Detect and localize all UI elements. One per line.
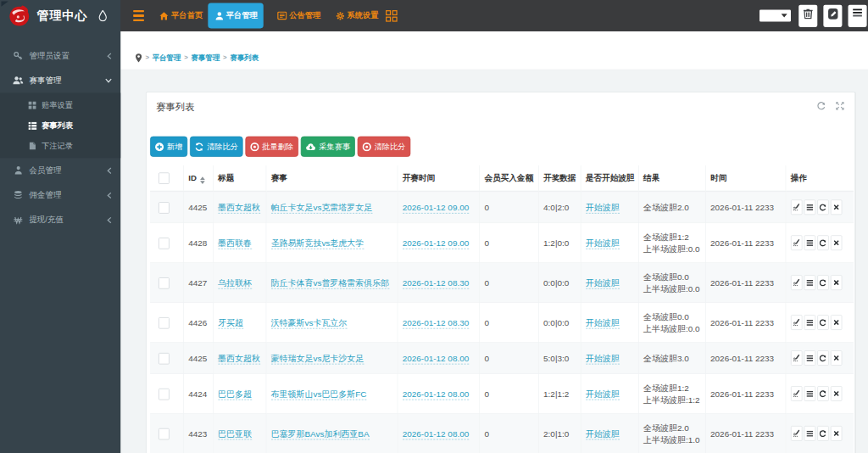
start-time-link[interactable]: 2026-01-12 08.00 bbox=[403, 428, 470, 439]
trash-button[interactable] bbox=[798, 4, 817, 26]
sidebar-item-commission-manage[interactable]: 佣金管理 bbox=[0, 182, 120, 207]
clear-score-button-2[interactable]: 清除比分 bbox=[358, 137, 411, 157]
bodan-link[interactable]: 开始波胆 bbox=[586, 428, 620, 439]
row-detail-button[interactable] bbox=[804, 199, 815, 215]
row-refresh-button[interactable] bbox=[817, 315, 829, 330]
cell-id: 4425 bbox=[183, 343, 213, 374]
match-link[interactable]: 沃特豪斯vs卡瓦立尔 bbox=[271, 317, 348, 328]
breadcrumb-match-manage[interactable]: 赛事管理 bbox=[191, 53, 220, 64]
batch-delete-button[interactable]: 批量删除 bbox=[245, 137, 298, 157]
sidebar-item-withdraw-deposit[interactable]: 提现/充值 bbox=[0, 208, 120, 232]
row-checkbox[interactable] bbox=[159, 353, 170, 365]
breadcrumb-platform-manage[interactable]: 平台管理 bbox=[153, 53, 181, 64]
match-link[interactable]: 帕丘卡女足vs克雷塔罗女足 bbox=[271, 203, 372, 214]
collect-match-button[interactable]: 采集赛事 bbox=[301, 137, 355, 157]
row-delete-button[interactable] bbox=[831, 199, 843, 215]
brand[interactable]: 管理中心 bbox=[0, 0, 120, 31]
row-checkbox[interactable] bbox=[159, 389, 170, 400]
start-time-link[interactable]: 2026-01-12 08.30 bbox=[403, 277, 470, 288]
nav-item-system-settings[interactable]: 系统设置 bbox=[336, 0, 378, 31]
start-time-link[interactable]: 2026-01-12 08.00 bbox=[403, 353, 470, 364]
row-refresh-button[interactable] bbox=[817, 275, 829, 290]
sidebar-item-bet-records[interactable]: 下注记录 bbox=[0, 136, 120, 156]
row-detail-button[interactable] bbox=[804, 275, 815, 290]
row-refresh-button[interactable] bbox=[817, 199, 829, 215]
expand-box-icon[interactable] bbox=[835, 101, 845, 111]
row-edit-button[interactable] bbox=[791, 199, 803, 215]
row-refresh-button[interactable] bbox=[817, 426, 829, 441]
row-edit-button[interactable] bbox=[791, 426, 803, 441]
row-checkbox[interactable] bbox=[159, 428, 170, 440]
sidebar-item-admin-settings[interactable]: 管理员设置 bbox=[0, 43, 120, 68]
title-link[interactable]: 巴巴多超 bbox=[218, 389, 252, 400]
match-link[interactable]: 布里顿斯山vs巴巴多斯FC bbox=[271, 389, 367, 400]
row-checkbox[interactable] bbox=[159, 238, 170, 249]
match-link[interactable]: 圣路易斯竞技vs老虎大学 bbox=[271, 238, 364, 249]
title-link[interactable]: 巴巴亚联 bbox=[218, 428, 252, 439]
title-link[interactable]: 墨西女超秋 bbox=[218, 203, 260, 214]
row-edit-button[interactable] bbox=[791, 235, 803, 250]
row-delete-button[interactable] bbox=[831, 350, 843, 366]
row-delete-button[interactable] bbox=[831, 386, 843, 401]
start-time-link[interactable]: 2026-01-12 09.00 bbox=[403, 203, 470, 214]
nav-item-platform-home[interactable]: 平台首页 bbox=[159, 0, 203, 31]
start-time-link[interactable]: 2026-01-12 08.30 bbox=[403, 317, 470, 328]
row-refresh-button[interactable] bbox=[817, 350, 829, 366]
list-detail-icon bbox=[806, 430, 813, 436]
start-time-link[interactable]: 2026-01-12 08.00 bbox=[403, 389, 470, 400]
bodan-link[interactable]: 开始波胆 bbox=[586, 238, 620, 249]
match-link[interactable]: 防丘卡体育vs普罗格雷索俱乐部 bbox=[271, 277, 389, 288]
title-link[interactable]: 牙买超 bbox=[218, 317, 243, 328]
row-edit-button[interactable] bbox=[791, 386, 803, 401]
nav-item-platform-manage[interactable]: 平台管理 bbox=[208, 3, 263, 29]
row-refresh-button[interactable] bbox=[817, 386, 829, 401]
row-detail-button[interactable] bbox=[804, 386, 815, 401]
clear-score-button[interactable]: 清除比分 bbox=[190, 137, 243, 157]
title-link[interactable]: 墨西女超秋 bbox=[218, 353, 260, 364]
col-header-id[interactable]: ID bbox=[183, 165, 213, 192]
select-all-checkbox[interactable] bbox=[159, 172, 170, 184]
title-link[interactable]: 乌拉联杯 bbox=[218, 277, 252, 288]
bodan-link[interactable]: 开始波胆 bbox=[586, 277, 620, 288]
bars-icon bbox=[853, 8, 863, 18]
breadcrumb-match-list[interactable]: 赛事列表 bbox=[230, 53, 259, 64]
row-edit-button[interactable] bbox=[791, 275, 803, 290]
row-checkbox[interactable] bbox=[159, 317, 170, 329]
cell-start-time: 2026-01-12 08.00 bbox=[398, 374, 480, 414]
sidebar-toggle-button[interactable] bbox=[133, 0, 144, 31]
sidebar-item-member-manage[interactable]: 会员管理 bbox=[0, 158, 120, 182]
sidebar-item-match-manage[interactable]: 赛事管理 bbox=[0, 68, 120, 92]
sidebar-item-match-list[interactable]: 赛事列表 bbox=[0, 115, 120, 136]
row-checkbox[interactable] bbox=[159, 277, 170, 289]
droplet-icon[interactable] bbox=[98, 9, 108, 21]
sidebar-item-odds-settings[interactable]: 赔率设置 bbox=[0, 95, 120, 115]
title-link[interactable]: 墨西联春 bbox=[218, 238, 252, 249]
refresh-box-icon[interactable] bbox=[816, 101, 826, 111]
row-delete-button[interactable] bbox=[831, 275, 843, 290]
bodan-link[interactable]: 开始波胆 bbox=[586, 353, 620, 364]
row-edit-button[interactable] bbox=[791, 315, 803, 330]
navbar-select-dropdown[interactable] bbox=[760, 9, 791, 21]
add-button[interactable]: 新增 bbox=[150, 137, 187, 157]
row-detail-button[interactable] bbox=[804, 426, 815, 441]
row-delete-button[interactable] bbox=[831, 235, 843, 250]
bodan-link[interactable]: 开始波胆 bbox=[586, 389, 620, 400]
start-time-link[interactable]: 2026-01-12 09.00 bbox=[403, 238, 470, 249]
match-link[interactable]: 蒙特瑞女足vs尼卡沙女足 bbox=[271, 353, 364, 364]
row-checkbox[interactable] bbox=[159, 202, 170, 214]
edit-button[interactable] bbox=[823, 4, 842, 26]
nav-item-announcement[interactable]: 公告管理 bbox=[277, 0, 320, 31]
list-detail-icon bbox=[806, 320, 813, 326]
row-delete-button[interactable] bbox=[831, 315, 843, 330]
bodan-link[interactable]: 开始波胆 bbox=[586, 317, 620, 328]
apps-grid-icon[interactable] bbox=[385, 9, 398, 22]
bodan-link[interactable]: 开始波胆 bbox=[586, 203, 620, 214]
row-edit-button[interactable] bbox=[791, 350, 803, 366]
row-refresh-button[interactable] bbox=[817, 235, 829, 250]
row-detail-button[interactable] bbox=[804, 235, 815, 250]
match-link[interactable]: 巴塞罗那BAvs加利西亚BA bbox=[271, 428, 370, 439]
row-detail-button[interactable] bbox=[804, 350, 815, 366]
list-button[interactable] bbox=[849, 4, 867, 26]
row-detail-button[interactable] bbox=[804, 315, 815, 330]
row-delete-button[interactable] bbox=[831, 426, 843, 441]
